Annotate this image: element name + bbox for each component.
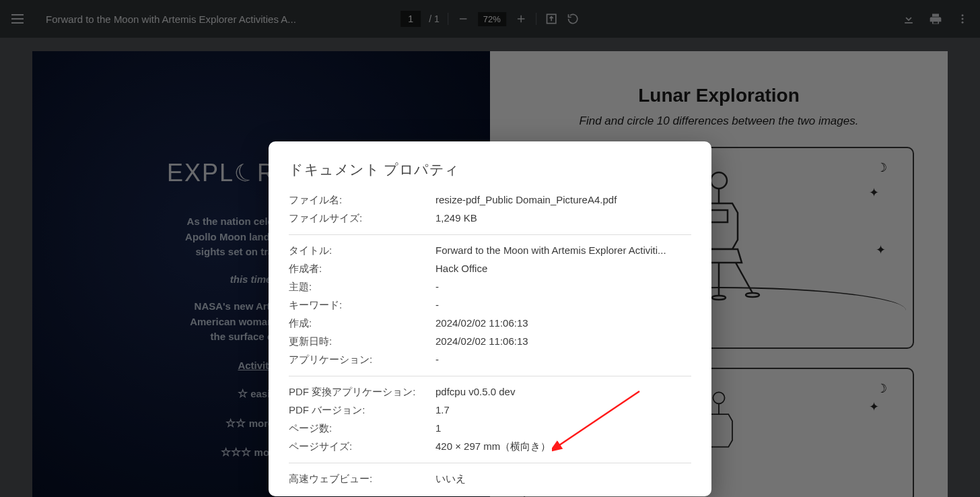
property-value: いいえ (435, 473, 691, 486)
separator (289, 234, 691, 235)
prop-section: 高速ウェブビュー:いいえ (289, 470, 691, 488)
property-value: 1 (435, 422, 691, 435)
property-row: 更新日時:2024/02/02 11:06:13 (289, 333, 691, 351)
property-value: 1.7 (435, 404, 691, 417)
separator (289, 376, 691, 376)
property-label: アプリケーション: (289, 354, 435, 366)
property-row: キーワード:- (289, 296, 691, 314)
property-label: ページサイズ: (289, 440, 435, 453)
property-row: ページサイズ:420 × 297 mm（横向き） (289, 438, 691, 456)
property-value: - (435, 281, 691, 294)
dialog-title: ドキュメント プロパティ (289, 160, 691, 179)
property-value: resize-pdf_Public Domain_PictureA4.pdf (435, 194, 691, 207)
property-label: 作成者: (289, 263, 435, 275)
property-value: 420 × 297 mm（横向き） (435, 440, 691, 453)
property-label: 主題: (289, 281, 435, 294)
separator (289, 463, 691, 463)
property-row: PDF バージョン:1.7 (289, 401, 691, 420)
property-label: 高速ウェブビュー: (289, 473, 435, 486)
property-label: ページ数: (289, 422, 435, 435)
property-value: 1,249 KB (435, 212, 691, 225)
property-row: ページ数:1 (289, 420, 691, 438)
property-value: 2024/02/02 11:06:13 (435, 335, 691, 348)
property-label: ファイルサイズ: (289, 212, 435, 225)
property-label: タイトル: (289, 244, 435, 257)
property-value: - (435, 354, 691, 366)
document-properties-dialog: ドキュメント プロパティ ファイル名:resize-pdf_Public Dom… (269, 141, 711, 496)
property-value: Forward to the Moon with Artemis Explore… (435, 244, 691, 257)
property-label: PDF 変換アプリケーション: (289, 386, 435, 399)
property-value: Hack Office (435, 263, 691, 275)
property-row: 高速ウェブビュー:いいえ (289, 470, 691, 488)
property-value: pdfcpu v0.5.0 dev (435, 386, 691, 399)
property-row: PDF 変換アプリケーション:pdfcpu v0.5.0 dev (289, 383, 691, 401)
property-label: PDF バージョン: (289, 404, 435, 417)
property-label: キーワード: (289, 299, 435, 312)
property-value: 2024/02/02 11:06:13 (435, 317, 691, 330)
prop-section: タイトル:Forward to the Moon with Artemis Ex… (289, 242, 691, 369)
property-value: - (435, 299, 691, 312)
property-row: 作成:2024/02/02 11:06:13 (289, 314, 691, 333)
property-row: アプリケーション:- (289, 351, 691, 369)
property-label: ファイル名: (289, 194, 435, 207)
property-row: ファイルサイズ:1,249 KB (289, 209, 691, 228)
prop-section: PDF 変換アプリケーション:pdfcpu v0.5.0 devPDF バージョ… (289, 383, 691, 456)
property-row: タイトル:Forward to the Moon with Artemis Ex… (289, 242, 691, 260)
prop-section: ファイル名:resize-pdf_Public Domain_PictureA4… (289, 191, 691, 228)
property-row: 作成者:Hack Office (289, 260, 691, 278)
property-row: 主題:- (289, 278, 691, 296)
property-label: 更新日時: (289, 335, 435, 348)
property-row: ファイル名:resize-pdf_Public Domain_PictureA4… (289, 191, 691, 209)
property-label: 作成: (289, 317, 435, 330)
